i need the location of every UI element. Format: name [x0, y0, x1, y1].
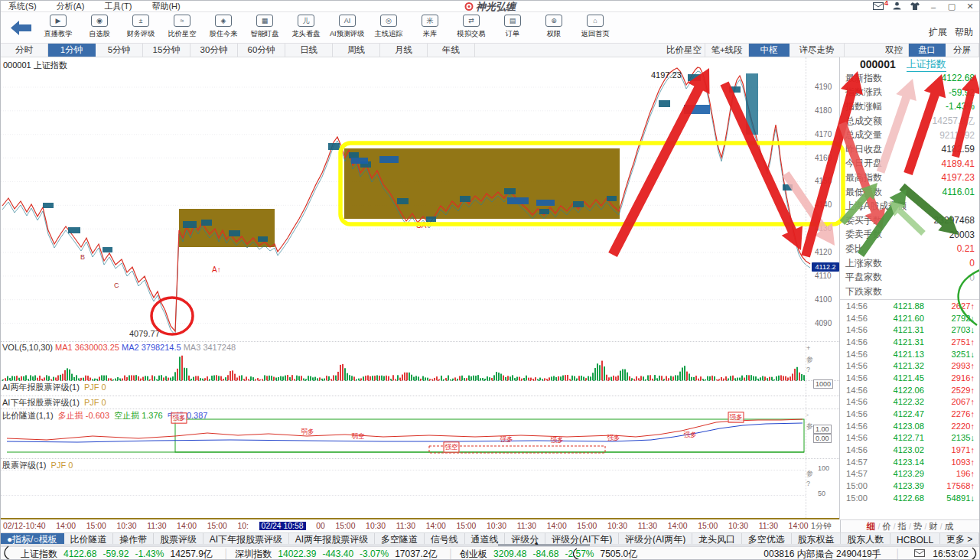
- toolbar-item[interactable]: ◎主线追踪: [368, 15, 409, 39]
- volume-pane[interactable]: VOL(5,10,30) MA1 3630003.25 MA2 3798214.…: [1, 341, 839, 380]
- menu-item[interactable]: 帮助(H): [151, 1, 180, 12]
- quote-row-label: 指数涨跌: [845, 86, 882, 99]
- status-index-pct: -1.43%: [135, 549, 164, 559]
- mini-tab[interactable]: 价: [882, 521, 891, 532]
- status-index-name[interactable]: 上证指数: [21, 548, 57, 560]
- status-clock: 16:53:02: [933, 549, 969, 559]
- mini-tab[interactable]: 势: [913, 521, 923, 532]
- status-mail-icon[interactable]: [914, 549, 925, 559]
- time-label: 15:00: [698, 522, 718, 530]
- period-tab[interactable]: 60分钟: [238, 44, 285, 57]
- tick-time: 14:56: [846, 314, 877, 323]
- pane-param-button[interactable]: 参: [806, 469, 813, 479]
- tick-price: 4121.13: [877, 350, 924, 359]
- back-button[interactable]: [11, 21, 31, 38]
- pane-param-button[interactable]: +: [806, 344, 810, 352]
- mini-tab-separator: /: [940, 523, 943, 531]
- quote-row: 上涨家数0: [840, 256, 979, 271]
- quote-row: 下跌家数: [840, 285, 979, 299]
- tick-list[interactable]: 14:564121.882627↑14:564121.602792↓14:564…: [840, 300, 979, 504]
- mini-tab[interactable]: 财: [929, 521, 938, 532]
- toolbar-item[interactable]: ▶直播教学: [37, 15, 79, 39]
- tick-price: 4121.88: [877, 301, 924, 311]
- toolbar-link[interactable]: 扩展: [929, 26, 947, 39]
- tick-row: 14:564122.712135↓: [840, 432, 979, 444]
- quote-row-value: -59.92: [949, 87, 975, 98]
- vol-ma3: MA3 3417248: [184, 343, 236, 352]
- 自选股-icon: ◉: [91, 15, 108, 27]
- toolbar-item[interactable]: ⇄模拟交易: [451, 15, 492, 39]
- toolbar-link[interactable]: 帮助: [955, 26, 973, 39]
- view-mode-tab[interactable]: 中枢: [749, 44, 790, 57]
- main-price-chart[interactable]: 000001 上证指数 4197.234079.77SA↑A↑BC: [1, 57, 839, 341]
- stock-rating-pane[interactable]: 股票评级(1) PJF 0: [1, 458, 839, 518]
- view-mode-tab[interactable]: 盘口: [909, 44, 946, 57]
- view-mode-tab[interactable]: 笔+线段: [705, 44, 749, 57]
- period-tab[interactable]: 月线: [380, 44, 428, 57]
- toolbar-item[interactable]: 儿龙头看盘: [285, 15, 327, 39]
- toolbar-item[interactable]: ◉自选股: [79, 15, 120, 39]
- ai2-rating-pane[interactable]: AI两年报股票评级(1) PJF 0: [1, 380, 839, 396]
- quote-row-label: 最新指数: [845, 72, 882, 85]
- period-tab[interactable]: 30分钟: [190, 44, 238, 57]
- toolbar-item[interactable]: ≈比价星空: [161, 15, 203, 39]
- period-tab[interactable]: 1分钟: [48, 44, 96, 57]
- toolbar-item[interactable]: ▤订单: [492, 15, 533, 39]
- view-mode-tab[interactable]: 比价星空: [663, 44, 705, 57]
- period-tab[interactable]: 15分钟: [143, 44, 190, 57]
- tick-row: 15:004122.6854891↓: [840, 492, 979, 504]
- toolbar-item[interactable]: ▦智能盯盘: [244, 15, 285, 39]
- mini-tab[interactable]: 指: [898, 521, 907, 532]
- tunnel-short-stop: 空止损 1.376: [114, 411, 163, 420]
- quote-row-label: 最低指数: [845, 186, 882, 199]
- view-mode-tab[interactable]: 分屏: [946, 44, 979, 57]
- mini-tab[interactable]: 细: [867, 521, 876, 532]
- time-label: 15:00: [577, 522, 597, 530]
- quote-row: 委比0.21: [840, 242, 979, 256]
- tabs-scrollbar-thumb[interactable]: [498, 544, 590, 546]
- time-label: 02/12-10:40: [3, 522, 45, 530]
- view-mode-tab[interactable]: 双控: [880, 44, 909, 57]
- status-index-name[interactable]: 深圳指数: [235, 548, 272, 560]
- pane-param-button[interactable]: ?: [806, 366, 810, 373]
- menubar: 系统(S)分析(A)工具(T)帮助(H): [1, 1, 181, 12]
- tick-price: 4123.02: [877, 445, 924, 454]
- view-mode-tab[interactable]: 详尽走势: [790, 44, 845, 57]
- toolbar-item-label: 模拟交易: [457, 29, 486, 39]
- menu-item[interactable]: 分析(A): [57, 1, 85, 12]
- pane-param-button[interactable]: -: [806, 411, 809, 418]
- toolbar-item[interactable]: AIAI预测评级: [327, 15, 368, 39]
- toolbar-item[interactable]: ⌂返回首页: [575, 15, 616, 39]
- user-icon[interactable]: [893, 2, 901, 11]
- pane-param-button[interactable]: 参: [806, 422, 813, 431]
- tabs-scroll-arrow-icon[interactable]: ▲: [534, 540, 539, 545]
- skin-icon[interactable]: [910, 2, 920, 11]
- mini-tab[interactable]: 成: [944, 521, 953, 532]
- pane-param-button[interactable]: ?: [806, 480, 810, 487]
- toolbar-item[interactable]: 米米库: [409, 15, 451, 39]
- tick-row: 14:564121.452916↑: [840, 372, 979, 384]
- menu-item[interactable]: 工具(T): [104, 1, 132, 12]
- minimize-button[interactable]: –: [929, 2, 938, 11]
- toolbar-item[interactable]: ◈股住今来: [203, 15, 244, 39]
- period-tab[interactable]: 周线: [333, 44, 380, 57]
- period-tab[interactable]: 分时: [1, 44, 48, 57]
- period-tab[interactable]: 5分钟: [96, 44, 143, 57]
- tabs-scrollbar-track[interactable]: [1, 544, 979, 546]
- menu-item[interactable]: 系统(S): [8, 1, 37, 12]
- status-index-name[interactable]: 创业板: [460, 548, 487, 560]
- maximize-button[interactable]: ▢: [947, 2, 956, 11]
- period-tab[interactable]: 日线: [285, 44, 333, 57]
- status-index-value: 3209.48: [493, 549, 526, 559]
- pane-param-button[interactable]: 参: [806, 355, 813, 365]
- quote-name[interactable]: 上证指数: [907, 57, 946, 72]
- toolbar-item[interactable]: ⊕权限: [533, 15, 575, 39]
- period-tab[interactable]: 年线: [428, 44, 475, 57]
- mail-icon[interactable]: 4: [873, 2, 884, 11]
- quote-row-value: 0: [969, 272, 975, 283]
- quote-row-value: 4116.01: [943, 187, 975, 197]
- close-button[interactable]: ✕: [965, 2, 975, 11]
- time-label: 11:30: [638, 522, 657, 530]
- ai1-rating-pane[interactable]: AI下年报股票评级(1) PJF 0: [1, 396, 839, 409]
- toolbar-item[interactable]: ±财务评级: [120, 15, 161, 39]
